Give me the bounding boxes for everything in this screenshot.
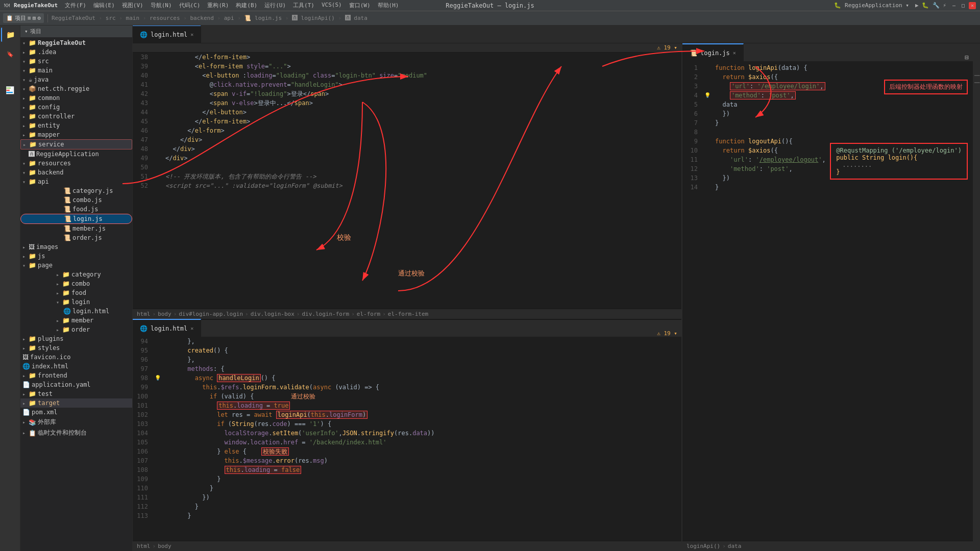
tab-close-html-2[interactable]: ✕ [190, 325, 193, 331]
tree-file-login-js[interactable]: 📜 login.js [20, 214, 132, 224]
side-icon-structure[interactable]: 📊 [3, 81, 17, 99]
tree-file-category[interactable]: 📜 category.js [20, 186, 132, 195]
editors-split: ⚠ 19 ▾ 38 </el-form-item> 39 <el-for [133, 43, 980, 551]
tree-src[interactable]: 📁 src [20, 57, 132, 66]
right-code-line-8: 8 [682, 128, 973, 137]
tree-page-member[interactable]: 📁 member [20, 316, 132, 325]
menu-file[interactable]: 文件(F) [62, 1, 89, 10]
tree-common[interactable]: 📁 common [20, 93, 132, 103]
tree-pom[interactable]: 📄 pom.xml [20, 408, 132, 417]
tree-api[interactable]: 📁 api [20, 177, 132, 186]
tree-controller[interactable]: 📁 controller [20, 112, 132, 121]
menu-window[interactable]: 窗口(W) [346, 1, 374, 10]
code-line-109: 109 } [133, 474, 681, 484]
bottom-code-area[interactable]: 94 }, 95 created() { 96 [133, 337, 681, 541]
minimize-button[interactable]: — [950, 2, 958, 9]
editor2-breadcrumb: html › body [133, 541, 681, 551]
tree-file-member[interactable]: 📜 member.js [20, 224, 132, 233]
tree-external-lib[interactable]: 📚 外部库 [20, 417, 132, 428]
right-breadcrumb: loginApi() › data [682, 541, 973, 551]
editor-top-bar: ⚠ 19 ▾ [133, 43, 681, 53]
tree-images[interactable]: 🖼 images [20, 242, 132, 252]
right-code-line-5: 5 data [682, 100, 973, 109]
tree-root[interactable]: 📁 ReggieTakeOut [20, 38, 132, 47]
editor-tab-login-html[interactable]: 🌐 login.html ✕ [133, 26, 201, 43]
tree-styles[interactable]: 📁 styles [20, 343, 132, 353]
tree-resources[interactable]: 📁 resources [20, 159, 132, 168]
code-line-38: 38 </el-form-item> [133, 53, 681, 62]
maximize-button[interactable]: □ [960, 2, 967, 9]
tree-page-category[interactable]: 📁 category [20, 270, 132, 279]
menu-tools[interactable]: 工具(T) [290, 1, 317, 10]
side-icon-bookmarks[interactable]: 🔖 [1, 47, 19, 61]
tree-main[interactable]: 📁 main [20, 66, 132, 75]
sidebar-header[interactable]: ▾ 项目 [20, 26, 132, 37]
warning-count: ⚠ 19 ▾ [657, 44, 677, 51]
tree-mapper[interactable]: 📁 mapper [20, 130, 132, 139]
tree-js[interactable]: 📁 js [20, 252, 132, 261]
tree-file-food[interactable]: 📜 food.js [20, 205, 132, 214]
tree-test[interactable]: 📁 test [20, 389, 132, 398]
tree-page-login[interactable]: 📁 login [20, 297, 132, 307]
tree-page[interactable]: 📁 page [20, 261, 132, 270]
side-icon-project[interactable]: 📁 [1, 28, 19, 42]
tree-idea[interactable]: 📁 .idea [20, 47, 132, 57]
menu-help[interactable]: 帮助(H) [375, 1, 402, 10]
tree-scratch[interactable]: 📋 临时文件和控制台 [20, 428, 132, 438]
tree-target[interactable]: 📁 target [20, 398, 132, 408]
menu-build[interactable]: 构建(B) [233, 1, 260, 10]
menu-run[interactable]: 运行(U) [261, 1, 289, 10]
code-line-51: 51 <!-- 开发环境版本, 包含了有帮助的命令行警告 --> [133, 172, 681, 181]
tree-application-yaml[interactable]: 📄 application.yaml [20, 380, 132, 389]
toolbar-icons: ▶ 🐛 🔧 ⚡ [915, 2, 946, 9]
sidebar-collapse-icon: ▾ [24, 28, 28, 35]
tree-java[interactable]: ☕ java [20, 75, 132, 84]
menu-view[interactable]: 视图(V) [119, 1, 146, 10]
tree-favicon[interactable]: 🖼 favicon.ico [20, 353, 132, 362]
right-tab-login-js[interactable]: 📜 login.js ✕ [682, 43, 744, 61]
tab-close-login-html[interactable]: ✕ [190, 32, 193, 37]
right-tab-close[interactable]: ✕ [733, 50, 736, 56]
run-config[interactable]: 🐛 ReggieApplication ▾ [834, 2, 909, 9]
tree-backend[interactable]: 📁 backend [20, 168, 132, 177]
tree-page-food[interactable]: 📁 food [20, 288, 132, 297]
tree-config[interactable]: 📁 config [20, 103, 132, 112]
editor1-breadcrumb: html › body › div#login-app.login › div.… [133, 309, 681, 319]
right-panel-actions: ⊟ [961, 54, 973, 61]
project-selector[interactable]: 📋 项目 ≡ ⊞ ⚙ [3, 13, 44, 23]
tree-index-html[interactable]: 🌐 index.html [20, 362, 132, 371]
right-side-icon-1[interactable]: | [974, 74, 979, 77]
menu-refactor[interactable]: 重构(R) [204, 1, 232, 10]
tree-page-order[interactable]: 📁 order [20, 325, 132, 334]
right-side-icon-2[interactable]: | [974, 81, 979, 84]
tree-plugins[interactable]: 📁 plugins [20, 334, 132, 343]
root-icon: 📁 [29, 39, 36, 46]
second-toolbar: 📋 项目 ≡ ⊞ ⚙ ReggieTakeOut › src › main › … [0, 11, 980, 26]
tree-frontend[interactable]: 📁 frontend [20, 371, 132, 380]
right-code-area[interactable]: 后端控制器处理函数的映射 @RequstMapping ('/employee/… [682, 61, 973, 541]
code-line-50: 50 [133, 163, 681, 172]
tree-file-order[interactable]: 📜 order.js [20, 233, 132, 242]
code-line-103: 103 if (String(res.code) === '1') { [133, 419, 681, 429]
tree-file-login-html[interactable]: 🌐 login.html [20, 307, 132, 316]
window-controls: 🐛 ReggieApplication ▾ ▶ 🐛 🔧 ⚡ — □ ✕ [834, 2, 976, 9]
code-line-101: 101 this.loading = true [133, 401, 681, 410]
code-line-94: 94 }, [133, 337, 681, 346]
tree-file-combo[interactable]: 📜 combo.js [20, 195, 132, 205]
editor-tab-login-html-2[interactable]: 🌐 login.html ✕ [133, 319, 201, 337]
split-icon[interactable]: ⊟ [965, 54, 969, 61]
tree-entity[interactable]: 📁 entity [20, 121, 132, 130]
root-arrow [22, 40, 29, 46]
left-code-area[interactable]: 38 </el-form-item> 39 <el-form-item styl… [133, 53, 681, 309]
menu-edit[interactable]: 编辑(E) [90, 1, 118, 10]
tree-reggie-app[interactable]: 🅰 ReggieApplication [20, 149, 132, 159]
close-button[interactable]: ✕ [969, 2, 976, 9]
tree-page-combo[interactable]: 📁 combo [20, 279, 132, 288]
code-line-52: 52 <script src="..." :validate="loginFor… [133, 181, 681, 190]
tree-net[interactable]: 📦 net.cth.reggie [20, 84, 132, 93]
menu-code[interactable]: 代码(C) [176, 1, 204, 10]
menu-vcs[interactable]: VCS(S) [318, 1, 345, 10]
code-line-96: 96 }, [133, 355, 681, 364]
menu-nav[interactable]: 导航(N) [148, 1, 175, 10]
tree-service[interactable]: 📁 service [20, 139, 132, 149]
